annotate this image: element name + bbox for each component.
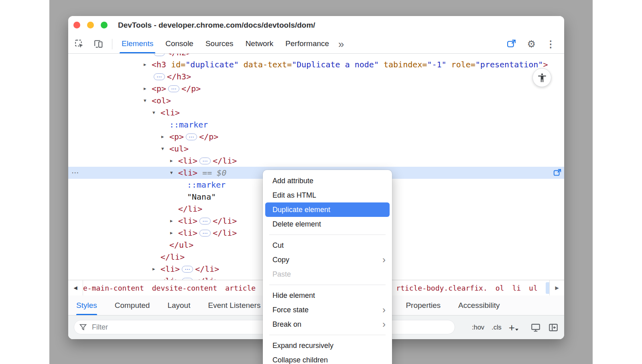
dom-tree-row[interactable]: ▸<p>⋯</p> xyxy=(68,83,564,95)
dom-node-text: <ol> xyxy=(68,95,171,107)
dom-node-text: <li>⋯</li> xyxy=(68,263,219,275)
inline-expand-pill[interactable]: ⋯ xyxy=(199,158,211,164)
dom-tree-row[interactable]: ⋯</h3> xyxy=(68,71,564,83)
dom-tree-row[interactable]: ▾<ul> xyxy=(68,143,564,155)
token-tag: </li> xyxy=(213,216,237,226)
expand-arrow-closed-icon[interactable]: ▸ xyxy=(144,59,146,71)
token-tag: </ul> xyxy=(169,240,193,250)
inline-expand-pill[interactable]: ⋯ xyxy=(186,133,197,140)
settings-gear-icon[interactable]: ⚙ xyxy=(527,39,536,49)
token-tag: </li> xyxy=(195,264,219,274)
token-val: "presentation" xyxy=(475,60,543,69)
menu-item-force-state[interactable]: Force state› xyxy=(263,303,392,317)
device-toolbar-icon[interactable] xyxy=(93,39,103,49)
breadcrumb-back-icon[interactable]: ◀ xyxy=(68,280,83,295)
expand-arrow-closed-icon[interactable]: ▸ xyxy=(170,155,173,167)
zoom-window-button[interactable] xyxy=(101,22,108,28)
sidebar-tab-properties[interactable]: Properties xyxy=(406,295,441,315)
breadcrumb-li[interactable]: li xyxy=(512,284,521,292)
menu-item-collapse-children[interactable]: Collapse children xyxy=(263,353,392,364)
menu-item-break-on[interactable]: Break on› xyxy=(263,317,392,332)
toolbar-right-group: ⚙ ⋮ xyxy=(506,39,555,49)
breadcrumb-ul[interactable]: ul xyxy=(529,284,538,292)
menu-item-copy[interactable]: Copy› xyxy=(263,253,392,267)
breadcrumb-forward-icon[interactable]: ▶ xyxy=(549,280,564,295)
breadcrumb-article[interactable]: article xyxy=(225,284,256,292)
inline-expand-pill[interactable]: ⋯ xyxy=(154,73,165,80)
row-menu-dots-icon[interactable]: ⋯ xyxy=(71,167,79,179)
sidebar-tab-accessibility[interactable]: Accessibility xyxy=(458,295,500,315)
breadcrumb-ol[interactable]: ol xyxy=(496,284,504,292)
token-tag: <p> xyxy=(169,132,184,142)
dom-tree-row[interactable]: ▸<p>⋯</p> xyxy=(68,131,564,143)
more-options-icon[interactable]: ⋮ xyxy=(546,39,555,49)
sidebar-tab-event-listeners[interactable]: Event Listeners xyxy=(208,295,260,315)
breadcrumb-e-main-content[interactable]: e-main-content xyxy=(83,284,144,292)
sidebar-tab-layout[interactable]: Layout xyxy=(167,295,190,315)
token-tag: </li> xyxy=(160,252,185,262)
breadcrumb-li[interactable]: li xyxy=(546,282,549,294)
menu-item-expand-recursively[interactable]: Expand recursively xyxy=(263,338,392,353)
expand-arrow-closed-icon[interactable]: ▸ xyxy=(152,275,155,280)
token-tag: <li> xyxy=(178,168,197,178)
expand-arrow-open-icon[interactable]: ▾ xyxy=(161,143,164,155)
dom-node-text: <li> == $0 xyxy=(68,167,226,179)
dom-tree-row[interactable]: ⋯</h2> xyxy=(68,54,564,59)
toggle-sidebar-icon[interactable] xyxy=(548,322,559,333)
menu-item-hide-element[interactable]: Hide element xyxy=(263,288,392,303)
expand-arrow-open-icon[interactable]: ▾ xyxy=(144,95,146,107)
menu-item-edit-as-html[interactable]: Edit as HTML xyxy=(263,188,392,202)
tab-network[interactable]: Network xyxy=(240,34,280,53)
inspect-element-icon[interactable] xyxy=(74,39,84,49)
token-tag: </li> xyxy=(213,228,237,238)
tab-elements[interactable]: Elements xyxy=(116,34,159,53)
menu-item-duplicate-element[interactable]: Duplicate element xyxy=(265,202,390,217)
sidebar-tab-computed[interactable]: Computed xyxy=(115,295,150,315)
expand-arrow-open-icon[interactable]: ▾ xyxy=(152,107,155,119)
menu-divider xyxy=(269,235,386,235)
tab-sources[interactable]: Sources xyxy=(199,34,240,53)
plus-caret-icon xyxy=(515,329,518,331)
menu-item-delete-element[interactable]: Delete element xyxy=(263,217,392,231)
inline-expand-pill[interactable]: ⋯ xyxy=(182,266,193,273)
menu-item-paste[interactable]: Paste xyxy=(263,267,392,281)
breadcrumb-devsite-content[interactable]: devsite-content xyxy=(152,284,217,292)
expand-arrow-closed-icon[interactable]: ▸ xyxy=(152,263,155,275)
new-style-rule-button[interactable]: + xyxy=(509,322,518,333)
menu-item-cut[interactable]: Cut xyxy=(263,238,392,253)
rendering-emulation-icon[interactable] xyxy=(530,322,541,333)
menu-item-label: Duplicate element xyxy=(272,202,330,217)
dom-node-text: </li> xyxy=(68,251,185,263)
dom-node-text: "Nana" xyxy=(68,191,216,203)
inline-expand-pill[interactable]: ⋯ xyxy=(199,230,211,237)
expand-arrow-open-icon[interactable]: ▾ xyxy=(170,167,173,179)
dom-tree-row[interactable]: ▾<li> xyxy=(68,107,564,119)
token-tag: </li> xyxy=(178,204,202,214)
device-posture-icon[interactable] xyxy=(506,39,516,49)
expand-arrow-closed-icon[interactable]: ▸ xyxy=(170,227,173,239)
dom-node-text: ⋯</h2> xyxy=(68,54,191,59)
inline-expand-pill[interactable]: ⋯ xyxy=(168,85,179,92)
sidebar-tab-styles[interactable]: Styles xyxy=(76,295,97,315)
inline-expand-pill[interactable]: ⋯ xyxy=(199,218,211,224)
dom-tree-row[interactable]: ▸<h3 id="duplicate" data-text="Duplicate… xyxy=(68,59,564,71)
toggle-hover-state-button[interactable]: :hov xyxy=(472,324,484,331)
more-panels-icon[interactable]: » xyxy=(338,36,344,52)
breadcrumb-rticle-body-clearfix[interactable]: rticle-body.clearfix. xyxy=(396,284,488,292)
token-tag: <li> xyxy=(160,276,180,280)
tab-performance[interactable]: Performance xyxy=(279,34,335,53)
dom-tree-row[interactable]: ::marker xyxy=(68,119,564,131)
menu-item-add-attribute[interactable]: Add attribute xyxy=(263,174,392,188)
expand-arrow-closed-icon[interactable]: ▸ xyxy=(144,83,146,95)
close-window-button[interactable] xyxy=(73,22,80,28)
toggle-class-button[interactable]: .cls xyxy=(492,324,502,331)
minimize-window-button[interactable] xyxy=(87,22,94,28)
submenu-chevron-icon: › xyxy=(382,303,386,317)
dom-tree-row[interactable]: ▾<ol> xyxy=(68,95,564,107)
expand-arrow-closed-icon[interactable]: ▸ xyxy=(161,131,164,143)
tab-console[interactable]: Console xyxy=(159,34,199,53)
accessibility-widget-button[interactable] xyxy=(532,68,551,87)
inline-expand-pill[interactable]: ⋯ xyxy=(154,54,165,56)
dom-tree-row[interactable]: ▸<li>⋯</li> xyxy=(68,155,564,167)
expand-arrow-closed-icon[interactable]: ▸ xyxy=(170,215,173,227)
